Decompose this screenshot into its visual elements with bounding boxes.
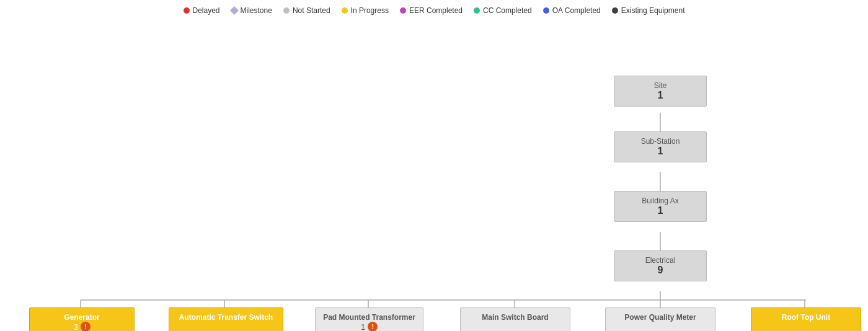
rtu-count xyxy=(759,322,853,331)
transformer-box[interactable]: Pad Mounted Transformer 1 ! xyxy=(315,307,423,331)
electrical-label: Electrical xyxy=(622,256,699,265)
legend-dot-eer-completed xyxy=(400,7,406,14)
substation-label: Sub-Station xyxy=(622,137,699,146)
legend-item-cc-completed: CC Completed xyxy=(474,6,532,15)
legend-label-milestone: Milestone xyxy=(241,6,272,15)
electrical-num: 9 xyxy=(622,265,699,276)
legend-label-in-progress: In Progress xyxy=(351,6,389,15)
site-box[interactable]: Site 1 xyxy=(614,76,707,107)
legend-item-existing-equipment: Existing Equipment xyxy=(612,6,685,15)
rtu-box[interactable]: Roof Top Unit xyxy=(751,307,861,331)
legend-label-oa-completed: OA Completed xyxy=(552,6,601,15)
building-num: 1 xyxy=(622,205,699,216)
legend-label-cc-completed: CC Completed xyxy=(483,6,532,15)
legend-icon-milestone xyxy=(229,6,238,15)
legend-label-delayed: Delayed xyxy=(193,6,220,15)
substation-num: 1 xyxy=(622,146,699,157)
generator-label: Generator xyxy=(37,313,126,322)
legend-item-milestone: Milestone xyxy=(231,6,272,15)
legend-dot-cc-completed xyxy=(474,7,480,14)
legend-dot-delayed xyxy=(184,7,190,14)
legend-dot-oa-completed xyxy=(543,7,549,14)
generator-warn-icon: ! xyxy=(81,322,91,331)
legend-item-in-progress: In Progress xyxy=(342,6,389,15)
legend-dot-in-progress xyxy=(342,7,348,14)
electrical-box[interactable]: Electrical 9 xyxy=(614,250,707,281)
pqm-label: Power Quality Meter xyxy=(613,313,707,322)
legend-item-eer-completed: EER Completed xyxy=(400,6,463,15)
transformer-label: Pad Mounted Transformer xyxy=(323,313,415,322)
site-label: Site xyxy=(622,81,699,90)
legend-label-existing-equipment: Existing Equipment xyxy=(621,6,685,15)
transformer-count: 1 ! xyxy=(323,322,415,331)
diagram-area: Site 1 Sub-Station 1 Building Ax 1 Elect… xyxy=(0,21,868,325)
legend-item-oa-completed: OA Completed xyxy=(543,6,601,15)
switchboard-box[interactable]: Main Switch Board xyxy=(460,307,570,331)
substation-box[interactable]: Sub-Station 1 xyxy=(614,131,707,162)
rtu-label: Roof Top Unit xyxy=(759,313,853,322)
switchboard-label: Main Switch Board xyxy=(468,313,562,322)
legend-label-not-started: Not Started xyxy=(293,6,330,15)
legend-item-delayed: Delayed xyxy=(184,6,220,15)
ats-label: Automatic Transfer Switch xyxy=(177,313,275,322)
generator-count: 3 ! xyxy=(37,322,126,331)
building-label: Building Ax xyxy=(622,196,699,205)
legend-dot-not-started xyxy=(283,7,290,14)
generator-box[interactable]: Generator 3 ! xyxy=(29,307,135,331)
legend-bar: DelayedMilestoneNot StartedIn ProgressEE… xyxy=(0,0,868,21)
ats-box[interactable]: Automatic Transfer Switch xyxy=(169,307,283,331)
ats-count xyxy=(177,322,275,331)
legend-label-eer-completed: EER Completed xyxy=(409,6,463,15)
building-box[interactable]: Building Ax 1 xyxy=(614,191,707,222)
transformer-warn-icon: ! xyxy=(368,322,378,331)
legend-dot-existing-equipment xyxy=(612,7,618,14)
switchboard-count xyxy=(468,322,562,331)
connector-lines xyxy=(0,21,868,325)
legend-item-not-started: Not Started xyxy=(283,6,330,15)
pqm-count xyxy=(613,322,707,331)
site-num: 1 xyxy=(622,90,699,101)
pqm-box[interactable]: Power Quality Meter xyxy=(605,307,715,331)
